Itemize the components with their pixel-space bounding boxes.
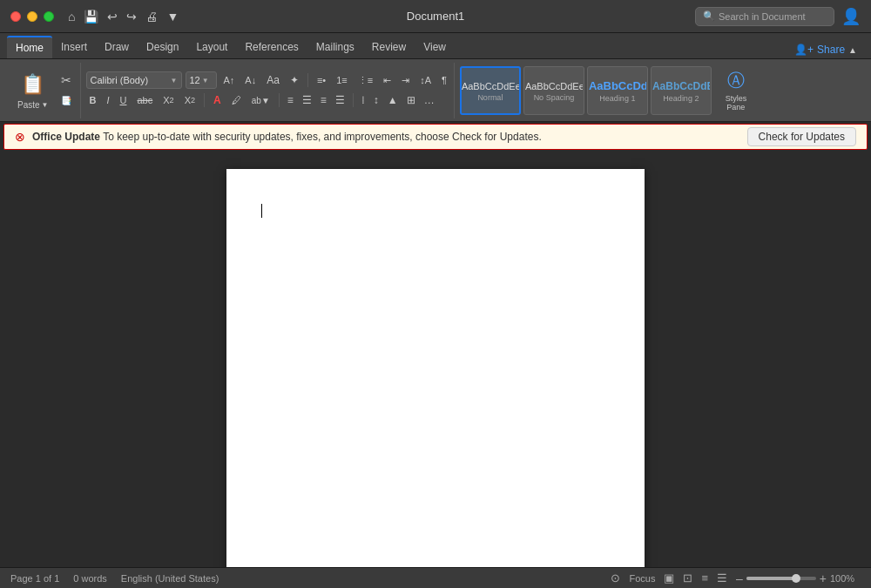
- strikethrough-button[interactable]: abc: [133, 91, 156, 109]
- paste-dropdown-icon: ▼: [42, 101, 49, 109]
- font-size: 12: [190, 75, 200, 85]
- ribbon-toolbar: 📋 Paste ▼ ✂ 📑 Calibri (Body) ▼ 12 ▼: [0, 59, 871, 122]
- superscript-button[interactable]: X2: [181, 91, 199, 109]
- line-spacing-button[interactable]: ↕: [371, 91, 381, 109]
- share-button[interactable]: 👤+ Share ▲: [787, 41, 864, 58]
- view-web-icon[interactable]: ⊡: [683, 571, 692, 585]
- close-button[interactable]: [10, 11, 21, 22]
- style-no-spacing-label: No Spacing: [534, 93, 575, 102]
- zoom-slider[interactable]: [746, 577, 816, 580]
- style-normal[interactable]: AaBbCcDdEe Normal: [460, 66, 521, 115]
- decrease-indent-button[interactable]: ⇤: [380, 71, 395, 89]
- styles-pane-label: StylesPane: [726, 94, 747, 112]
- increase-font-button[interactable]: A↑: [220, 71, 239, 89]
- document-area: [0, 152, 871, 567]
- increase-indent-button[interactable]: ⇥: [398, 71, 413, 89]
- view-outline-icon[interactable]: ≡: [701, 571, 708, 585]
- style-no-spacing-preview: AaBbCcDdEe: [525, 81, 583, 91]
- focus-icon[interactable]: ⊙: [611, 571, 620, 585]
- redo-icon[interactable]: ↪: [126, 10, 137, 24]
- user-icon[interactable]: 👤: [841, 7, 861, 26]
- zoom-level: 100%: [830, 573, 861, 584]
- more-btn[interactable]: …: [422, 91, 437, 109]
- italic-button[interactable]: I: [103, 91, 112, 109]
- notification-body-text: To keep up-to-date with security updates…: [100, 131, 542, 143]
- font-color-button[interactable]: A: [210, 91, 225, 109]
- paste-icon: 📋: [21, 71, 45, 98]
- styles-group: AaBbCcDdEe Normal AaBbCcDdEe No Spacing …: [456, 63, 864, 118]
- undo-icon[interactable]: ↩: [107, 10, 118, 24]
- zoom-in-button[interactable]: +: [820, 571, 827, 585]
- clear-formatting-button[interactable]: ✦: [287, 71, 302, 89]
- notification-bar: ⊗ Office Update To keep up-to-date with …: [3, 124, 868, 150]
- format-top: Calibri (Body) ▼ 12 ▼ A↑ A↓ Aa ✦ ≡• 1≡ ⋮…: [86, 71, 450, 89]
- shading-button[interactable]: ▲: [385, 91, 401, 109]
- size-dropdown-icon: ▼: [202, 77, 209, 84]
- customize-icon[interactable]: ▼: [166, 10, 179, 24]
- change-case-button[interactable]: Aa: [263, 71, 283, 89]
- styles-pane-button[interactable]: Ⓐ StylesPane: [714, 66, 758, 115]
- style-heading2[interactable]: AaBbCcDdEe Heading 2: [651, 66, 712, 115]
- title-bar-right: 🔍 Search in Document 👤: [695, 7, 861, 26]
- minimize-button[interactable]: [27, 11, 37, 22]
- title-bar: ⌂ 💾 ↩ ↪ 🖨 ▼ Document1 🔍 Search in Docume…: [0, 0, 871, 33]
- maximize-button[interactable]: [44, 11, 54, 22]
- tab-review[interactable]: Review: [363, 36, 415, 58]
- paste-button[interactable]: 📋 Paste ▼: [10, 67, 56, 113]
- style-no-spacing[interactable]: AaBbCcDdEe No Spacing: [523, 66, 584, 115]
- show-marks-button[interactable]: ¶: [438, 71, 450, 89]
- align-center-button[interactable]: ☰: [300, 91, 314, 109]
- warning-icon: ⊗: [15, 130, 25, 144]
- tab-draw[interactable]: Draw: [96, 36, 138, 58]
- tab-layout[interactable]: Layout: [187, 36, 236, 58]
- tab-insert[interactable]: Insert: [52, 36, 96, 58]
- language: English (United States): [121, 573, 219, 584]
- bullets-button[interactable]: ≡•: [314, 71, 329, 89]
- justify-button[interactable]: ☰: [333, 91, 348, 109]
- decrease-font-button[interactable]: A↓: [241, 71, 260, 89]
- search-placeholder: Search in Document: [719, 11, 806, 22]
- zoom-slider-fill: [746, 577, 795, 580]
- align-right-button[interactable]: ≡: [318, 91, 329, 109]
- share-label: Share: [817, 44, 845, 56]
- save-icon[interactable]: 💾: [84, 10, 98, 24]
- search-box[interactable]: 🔍 Search in Document: [695, 7, 834, 26]
- align-left-button[interactable]: ≡: [285, 91, 296, 109]
- bold-button[interactable]: B: [86, 91, 100, 109]
- tab-home[interactable]: Home: [7, 36, 52, 58]
- font-family-select[interactable]: Calibri (Body) ▼: [86, 71, 182, 89]
- tab-design[interactable]: Design: [138, 36, 187, 58]
- styles-pane-icon: Ⓐ: [727, 69, 745, 92]
- style-heading2-preview: AaBbCcDdEe: [652, 80, 710, 92]
- home-icon[interactable]: ⌂: [68, 10, 75, 24]
- underline-button[interactable]: U: [117, 91, 131, 109]
- traffic-lights: [10, 11, 54, 22]
- numbering-button[interactable]: 1≡: [333, 71, 351, 89]
- document-page[interactable]: [226, 169, 645, 567]
- zoom-out-button[interactable]: –: [736, 571, 743, 585]
- view-normal-icon[interactable]: ▣: [664, 571, 674, 585]
- search-icon: 🔍: [703, 10, 715, 22]
- font-dropdown-icon: ▼: [171, 77, 178, 84]
- clipboard-button[interactable]: 📑: [57, 92, 75, 110]
- notification-bold-text: Office Update: [32, 131, 100, 143]
- style-heading1[interactable]: AaBbCcDd Heading 1: [587, 66, 648, 115]
- chevron-up-icon: ▲: [848, 45, 857, 55]
- tab-mailings[interactable]: Mailings: [307, 36, 363, 58]
- focus-label[interactable]: Focus: [629, 573, 655, 584]
- multilevel-button[interactable]: ⋮≡: [354, 71, 376, 89]
- columns-button[interactable]: ⁞: [359, 91, 368, 109]
- text-highlight-button[interactable]: ab▼: [248, 91, 273, 109]
- highlight-color-button[interactable]: 🖊: [228, 91, 245, 109]
- print-icon[interactable]: 🖨: [145, 10, 158, 24]
- borders-button[interactable]: ⊞: [404, 91, 418, 109]
- format-painter-button[interactable]: ✂: [57, 71, 75, 89]
- sort-button[interactable]: ↕A: [416, 71, 435, 89]
- divider: [307, 73, 308, 87]
- check-updates-button[interactable]: Check for Updates: [747, 127, 856, 146]
- tab-references[interactable]: References: [236, 36, 307, 58]
- tab-view[interactable]: View: [415, 36, 455, 58]
- subscript-button[interactable]: X2: [159, 91, 177, 109]
- view-read-icon[interactable]: ☰: [717, 571, 727, 585]
- font-size-select[interactable]: 12 ▼: [186, 71, 217, 89]
